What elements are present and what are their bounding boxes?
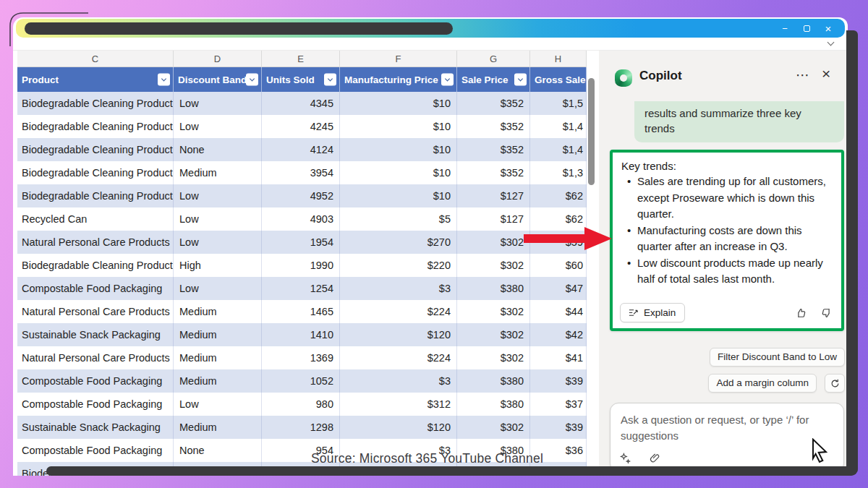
cell-product[interactable]: Natural Personal Care Products: [17, 300, 174, 323]
cell-manufacturing-price[interactable]: $5: [340, 207, 457, 231]
suggestion-chip-filter[interactable]: Filter Discount Band to Low: [710, 348, 845, 367]
column-letter[interactable]: H: [530, 51, 587, 67]
filter-button[interactable]: [514, 74, 527, 86]
cell-sale-price[interactable]: $302: [457, 254, 530, 277]
cell-units-sold[interactable]: 4345: [262, 92, 340, 115]
cell-product[interactable]: Sustainable Snack Packaging: [17, 323, 174, 346]
cell-units-sold[interactable]: 1369: [262, 346, 340, 369]
explain-button[interactable]: Explain: [620, 303, 685, 322]
cell-sale-price[interactable]: $127: [457, 184, 530, 207]
cell-sale-price[interactable]: $352: [457, 138, 530, 161]
panel-close-icon[interactable]: ×: [822, 65, 830, 82]
cell-units-sold[interactable]: 1298: [262, 416, 340, 439]
cell-gross-sales[interactable]: $41: [530, 346, 587, 369]
cell-gross-sales[interactable]: $42: [530, 323, 587, 346]
cell-sale-price[interactable]: $302: [457, 231, 530, 254]
cell-gross-sales[interactable]: $44: [530, 300, 587, 323]
cell-product[interactable]: Biodegradable Cleaning Products: [17, 161, 174, 184]
cell-sale-price[interactable]: $352: [457, 161, 530, 184]
cell-product[interactable]: Biodegradable Cleaning Products: [17, 138, 174, 161]
column-letter[interactable]: G: [457, 51, 530, 67]
cell-product[interactable]: Biodegradable Cleaning Products: [17, 115, 174, 138]
cell-units-sold[interactable]: 4903: [262, 207, 340, 231]
cell-gross-sales[interactable]: $1,4: [530, 138, 587, 161]
cell-manufacturing-price[interactable]: $270: [340, 231, 457, 254]
filter-button[interactable]: [324, 74, 336, 86]
cell-manufacturing-price[interactable]: $120: [340, 323, 457, 346]
cell-manufacturing-price[interactable]: $120: [340, 416, 457, 439]
cell-units-sold[interactable]: 1465: [262, 300, 340, 323]
cell-gross-sales[interactable]: $1,5: [530, 92, 587, 115]
cell-sale-price[interactable]: $380: [457, 393, 530, 416]
cell-product[interactable]: Natural Personal Care Products: [17, 231, 174, 254]
header-manufacturing-price[interactable]: Manufacturing Price: [340, 67, 457, 92]
cell-sale-price[interactable]: $302: [457, 416, 530, 439]
cell-discount-band[interactable]: Medium: [174, 369, 262, 393]
cell-discount-band[interactable]: Medium: [174, 161, 262, 184]
column-letter[interactable]: F: [340, 51, 457, 67]
cell-sale-price[interactable]: $302: [457, 346, 530, 369]
cell-manufacturing-price[interactable]: $10: [340, 184, 457, 207]
cell-discount-band[interactable]: None: [174, 439, 262, 462]
cell-product[interactable]: Compostable Food Packaging: [17, 277, 174, 300]
filter-button[interactable]: [158, 74, 170, 86]
cell-discount-band[interactable]: Low: [174, 115, 262, 138]
cell-manufacturing-price[interactable]: $3: [340, 369, 457, 393]
window-close-button[interactable]: ×: [823, 23, 833, 33]
thumbs-up-icon[interactable]: [795, 307, 808, 320]
cell-manufacturing-price[interactable]: $224: [340, 346, 457, 369]
prompt-sparkle-icon[interactable]: [619, 452, 631, 464]
cell-discount-band[interactable]: High: [174, 254, 262, 277]
cell-discount-band[interactable]: Low: [174, 393, 262, 416]
header-gross-sales[interactable]: Gross Sales: [530, 67, 587, 92]
cell-product[interactable]: Natural Personal Care Products: [17, 346, 174, 369]
column-letter[interactable]: C: [17, 51, 174, 67]
header-units-sold[interactable]: Units Sold: [262, 67, 340, 92]
cell-manufacturing-price[interactable]: $312: [340, 393, 457, 416]
cell-product[interactable]: Compostable Food Packaging: [17, 393, 174, 416]
cell-sale-price[interactable]: $127: [457, 207, 530, 231]
cell-gross-sales[interactable]: $37: [530, 393, 587, 416]
cell-gross-sales[interactable]: $62: [530, 184, 587, 207]
attach-paperclip-icon[interactable]: [649, 452, 661, 464]
header-discount-band[interactable]: Discount Band: [174, 67, 262, 92]
column-letter[interactable]: D: [174, 51, 262, 67]
cell-manufacturing-price[interactable]: $220: [340, 254, 457, 277]
cell-gross-sales[interactable]: $1,4: [530, 115, 587, 138]
filter-button[interactable]: [246, 74, 258, 86]
cell-units-sold[interactable]: 4124: [262, 138, 340, 161]
cell-sale-price[interactable]: $380: [457, 277, 530, 300]
cell-discount-band[interactable]: Low: [174, 184, 262, 207]
cell-product[interactable]: Recycled Can: [17, 207, 174, 231]
cell-units-sold[interactable]: 1954: [262, 231, 340, 254]
thumbs-down-icon[interactable]: [820, 307, 833, 320]
cell-units-sold[interactable]: 4245: [262, 115, 340, 138]
cell-units-sold[interactable]: 980: [262, 393, 340, 416]
cell-gross-sales[interactable]: $47: [530, 277, 587, 300]
cell-sale-price[interactable]: $352: [457, 115, 530, 138]
vertical-scrollbar[interactable]: [588, 78, 595, 185]
cell-sale-price[interactable]: $302: [457, 323, 530, 346]
cell-discount-band[interactable]: Medium: [174, 323, 262, 346]
header-sale-price[interactable]: Sale Price: [457, 67, 530, 92]
cell-units-sold[interactable]: 1990: [262, 254, 340, 277]
minimize-button[interactable]: −: [780, 23, 790, 33]
cell-discount-band[interactable]: Low: [174, 277, 262, 300]
cell-product[interactable]: Compostable Food Packaging: [17, 439, 174, 462]
collapse-ribbon-chevron-icon[interactable]: [827, 39, 835, 46]
cell-sale-price[interactable]: $380: [457, 369, 530, 393]
cell-units-sold[interactable]: 4952: [262, 184, 340, 207]
filter-button[interactable]: [441, 74, 454, 86]
cell-discount-band[interactable]: Low: [174, 207, 262, 231]
cell-manufacturing-price[interactable]: $10: [340, 138, 457, 161]
cell-discount-band[interactable]: Low: [174, 231, 262, 254]
cell-product[interactable]: Compostable Food Packaging: [17, 369, 174, 393]
cell-gross-sales[interactable]: $60: [530, 254, 587, 277]
cell-manufacturing-price[interactable]: $224: [340, 300, 457, 323]
cell-manufacturing-price[interactable]: $10: [340, 161, 457, 184]
cell-manufacturing-price[interactable]: $3: [340, 277, 457, 300]
cell-manufacturing-price[interactable]: $10: [340, 115, 457, 138]
cell-units-sold[interactable]: 1410: [262, 323, 340, 346]
cell-discount-band[interactable]: Medium: [174, 346, 262, 369]
cell-product[interactable]: Biodegradable Cleaning Products: [17, 184, 174, 207]
